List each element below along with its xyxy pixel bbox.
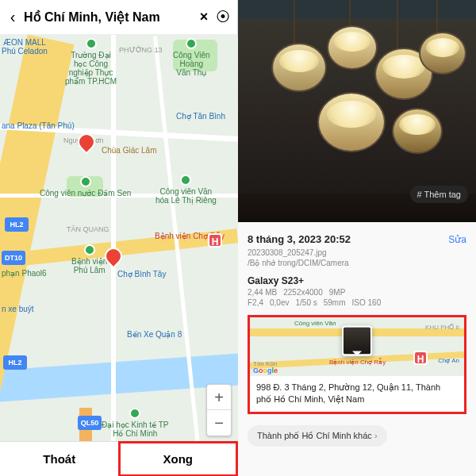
zoom-out-button[interactable]: − xyxy=(207,410,231,436)
mini-map: Công viên Văn Bệnh viện Chợ Rẫy Tôn Kôn … xyxy=(250,317,464,376)
hospital-icon: H xyxy=(413,351,428,365)
poi-label: ÆON MALLPhú Celadon xyxy=(2,38,48,56)
map-canvas[interactable]: HL2 DT10 HL2 QL50 ÆON MALLPhú Celadon Tr… xyxy=(0,35,238,441)
road-shield: DT10 xyxy=(2,251,25,265)
photo-thumb xyxy=(342,325,372,355)
bottom-bar: Thoát Xong xyxy=(0,441,237,476)
poi-label: n xe buýt xyxy=(2,305,34,313)
map-pin-icon[interactable] xyxy=(76,133,94,151)
device-name: Galaxy S23+ xyxy=(248,275,466,286)
back-icon[interactable]: ‹ xyxy=(5,8,21,26)
hospital-icon: H xyxy=(208,233,222,248)
poi-label: Công ViênHoàngVăn Thụ xyxy=(173,38,210,77)
search-bar: ‹ Hồ Chí Minh, Việt Nam × ⦿ xyxy=(0,0,237,35)
zoom-control: + − xyxy=(206,384,232,436)
location-chip[interactable]: Thành phố Hồ Chí Minh khác xyxy=(248,425,387,447)
ward-label: TÂN QUANG xyxy=(67,225,109,233)
poi-label: phạn Phaol6 xyxy=(2,269,47,278)
poi-label: Chùa Giác Lâm xyxy=(102,146,156,155)
poi-label: Công viên Văn xyxy=(294,320,336,327)
suggestion-row: Thành phố Hồ Chí Minh khác xyxy=(248,425,466,447)
map-pin-icon[interactable] xyxy=(103,248,121,265)
filepath: /Bộ nhớ trong/DCIM/Camera xyxy=(248,259,466,267)
add-tag-button[interactable]: # Thêm tag xyxy=(410,186,468,203)
clear-icon[interactable]: × xyxy=(194,9,213,25)
poi-label: Trường Đạihọc Côngnghiệp Thựcphẩm TP.HCM xyxy=(65,38,117,86)
edit-button[interactable]: Sửa xyxy=(448,234,466,245)
location-card[interactable]: Công viên Văn Bệnh viện Chợ Rẫy Tôn Kôn … xyxy=(248,315,466,414)
search-input[interactable]: Hồ Chí Minh, Việt Nam xyxy=(21,10,194,25)
poi-label: Chợ An xyxy=(438,357,459,364)
photo-preview[interactable]: # Thêm tag xyxy=(238,0,476,222)
filename: 20230308_205247.jpg xyxy=(248,248,466,257)
poi-label: ana Plaza (Tân Phú) xyxy=(2,121,75,130)
camera-specs: F2,40,0ev1/50 s59mmISO 160 xyxy=(248,298,466,307)
camera-specs: 2,44 MB2252x40009MP xyxy=(248,288,466,297)
road-shield: HL2 xyxy=(5,217,29,232)
address-text: 998 Đ. 3 Tháng 2, Phường 12, Quận 11, Th… xyxy=(250,376,464,412)
locate-icon[interactable]: ⦿ xyxy=(213,9,232,25)
photo-info: 8 tháng 3, 2023 20:52 Sửa 20230308_20524… xyxy=(238,222,476,476)
poi-label: Bến Xe Quận 8 xyxy=(127,330,182,339)
poi-label: Công viên Vănhóa Lê Thị Riêng xyxy=(155,175,217,205)
google-logo: Google xyxy=(253,367,278,374)
poi-label: Chợ Bình Tây xyxy=(117,270,166,278)
photo-details-panel: # Thêm tag 8 tháng 3, 2023 20:52 Sửa 202… xyxy=(238,0,476,476)
ward-label: PHƯỜNG 13 xyxy=(119,46,163,54)
zoom-in-button[interactable]: + xyxy=(207,385,231,410)
ward-label: KHU PHỐ 6 xyxy=(425,324,459,331)
poi-label: Chợ Tân Bình xyxy=(176,112,225,121)
poi-label: Bệnh việnPhú Lâm xyxy=(71,244,107,274)
poi-label: Công viên nước Đầm Sen xyxy=(40,176,131,198)
map-picker-panel: ‹ Hồ Chí Minh, Việt Nam × ⦿ HL2 DT10 HL2… xyxy=(0,0,238,476)
poi-label: Đại học Kinh tế TPHồ Chí Minh xyxy=(102,408,169,438)
road-shield: HL2 xyxy=(3,355,27,370)
done-button[interactable]: Xong xyxy=(119,442,238,476)
road-shield: QL50 xyxy=(78,416,102,430)
cancel-button[interactable]: Thoát xyxy=(0,442,119,476)
photo-date: 8 tháng 3, 2023 20:52 xyxy=(248,233,351,245)
